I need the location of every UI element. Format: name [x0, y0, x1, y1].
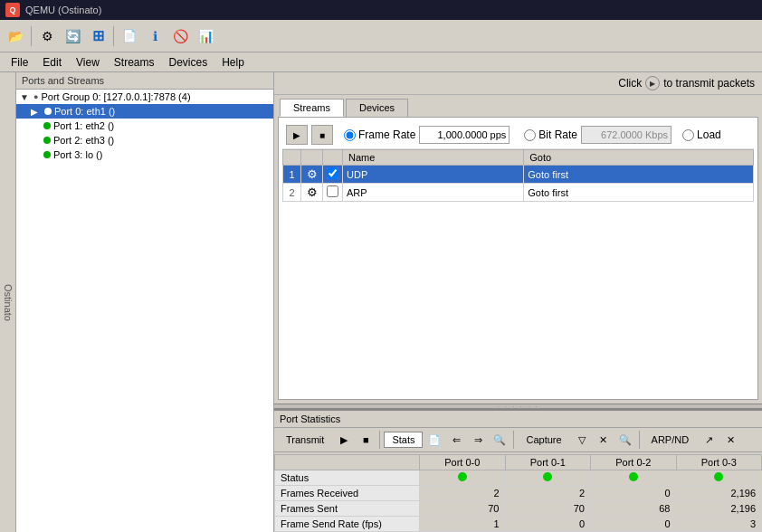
port-group-circle: ● — [33, 92, 38, 101]
capture-clear-btn[interactable]: ✕ — [594, 431, 614, 449]
stats-status-1 — [505, 470, 591, 486]
bottom-area: Port Statistics Transmit ▶ ■ Stats 📄 ⇐ ⇒… — [274, 409, 762, 532]
stats-frames-recv-3: 2,196 — [676, 486, 762, 501]
stats-export-btn[interactable]: ⇒ — [468, 431, 488, 449]
stats-table: Port 0-0 Port 0-1 Port 0-2 Port 0-3 Stat… — [274, 454, 762, 532]
stats-arpnd-label[interactable]: ARP/ND — [643, 432, 698, 448]
col-goto: Goto — [524, 150, 754, 166]
tab-streams[interactable]: Streams — [280, 99, 344, 117]
transmit-play-icon[interactable]: ▶ — [645, 76, 660, 90]
stats-stop-btn[interactable]: ■ — [356, 431, 376, 449]
menu-help[interactable]: Help — [214, 54, 252, 71]
col-check — [323, 150, 343, 166]
port0-status-dot — [44, 108, 52, 115]
arpnd-clear-btn[interactable]: ✕ — [720, 431, 740, 449]
stream-play-btn[interactable]: ▶ — [286, 125, 308, 145]
stream-2-name: ARP — [343, 184, 524, 202]
stats-col-3: Port 0-3 — [676, 455, 762, 470]
toolbar-sep-2 — [113, 26, 114, 46]
stats-status-label: Status — [275, 470, 420, 486]
menu-edit[interactable]: Edit — [35, 54, 69, 71]
port-0-item[interactable]: ▶ Port 0: eth1 () — [16, 104, 273, 119]
toolbar-refresh[interactable]: 🔄 — [61, 24, 84, 48]
toolbar-chart[interactable]: 📊 — [194, 24, 217, 48]
bit-rate-radio[interactable] — [524, 129, 536, 141]
port-3-label: Port 3: lo () — [53, 149, 102, 160]
stats-col-0: Port 0-0 — [420, 455, 506, 470]
port-tree: ▼ ● Port Group 0: [127.0.0.1]:7878 (4) ▶… — [16, 90, 273, 532]
tree-expand-icon: ▼ — [20, 92, 31, 102]
stats-status-3 — [676, 470, 762, 486]
stats-col-1: Port 0-1 — [505, 455, 591, 470]
menu-streams[interactable]: Streams — [107, 54, 162, 71]
stream-stop-btn[interactable]: ■ — [311, 125, 333, 145]
menu-devices[interactable]: Devices — [162, 54, 215, 71]
port1-status-dot — [43, 122, 51, 129]
frame-rate-label[interactable]: Frame Rate — [344, 128, 415, 141]
stats-doc-btn[interactable]: 📄 — [424, 431, 444, 449]
stream-1-check[interactable] — [323, 166, 343, 184]
stream-controls: ▶ ■ Frame Rate Bit Rate — [282, 121, 754, 149]
stream-1-icon: ⚙ — [301, 166, 323, 184]
stats-status-2 — [591, 470, 677, 486]
stats-frame-rate-1: 0 — [505, 517, 591, 532]
load-radio[interactable] — [682, 129, 694, 141]
toolbar-doc[interactable]: 📄 — [118, 24, 141, 48]
stats-status-0 — [420, 470, 506, 486]
port-3-item[interactable]: Port 3: lo () — [16, 147, 273, 162]
stats-frames-sent-3: 2,196 — [676, 501, 762, 517]
stats-capture-label[interactable]: Capture — [518, 432, 569, 448]
stats-sep-1 — [379, 431, 380, 449]
port-2-item[interactable]: Port 2: eth3 () — [16, 133, 273, 147]
stats-frames-recv-0: 2 — [420, 486, 506, 501]
left-panel: Ports and Streams ▼ ● Port Group 0: [127… — [16, 72, 274, 532]
stats-import-btn[interactable]: ⇐ — [446, 431, 466, 449]
capture-view-btn[interactable]: 🔍 — [615, 431, 635, 449]
stream-2-goto: Goto first — [524, 184, 754, 202]
port-1-item[interactable]: Port 1: eth2 () — [16, 119, 273, 133]
stream-1-checkbox[interactable] — [327, 167, 338, 179]
toolbar-stop[interactable]: 🚫 — [168, 24, 192, 48]
frame-rate-input[interactable] — [419, 126, 510, 144]
capture-filter-btn[interactable]: ▽ — [572, 431, 592, 449]
stats-header: Port Statistics — [274, 411, 762, 428]
panel-header: Ports and Streams — [16, 72, 273, 90]
stream-1-goto: Goto first — [524, 166, 754, 184]
menu-view[interactable]: View — [69, 54, 107, 71]
to-transmit-label: to transmit packets — [663, 77, 755, 90]
stats-row-status: Status — [275, 470, 762, 486]
stats-frames-recv-1: 2 — [505, 486, 591, 501]
stream-1-name: UDP — [343, 166, 524, 184]
stream-2-check[interactable] — [323, 184, 343, 202]
menu-file[interactable]: File — [4, 54, 35, 71]
bit-rate-input[interactable] — [581, 126, 672, 144]
stream-2-num: 2 — [283, 184, 301, 202]
toolbar-settings[interactable]: ⚙ — [35, 24, 59, 48]
bit-rate-label[interactable]: Bit Rate — [524, 128, 577, 141]
stream-2-checkbox[interactable] — [327, 185, 338, 197]
port-group-item[interactable]: ▼ ● Port Group 0: [127.0.0.1]:7878 (4) — [16, 90, 273, 104]
arpnd-send-btn[interactable]: ↗ — [699, 431, 719, 449]
stats-row-frames-received: Frames Received 2 2 0 2,196 — [275, 486, 762, 501]
load-label[interactable]: Load — [682, 128, 721, 141]
stats-stats-label[interactable]: Stats — [384, 432, 423, 448]
status-dot-1 — [543, 472, 552, 481]
toolbar: 📂 ⚙ 🔄 ⊞ 📄 ℹ 🚫 📊 — [0, 20, 762, 52]
stats-frame-rate-2: 0 — [591, 517, 677, 532]
stats-search-btn[interactable]: 🔍 — [490, 431, 510, 449]
rate-radio-group: Frame Rate — [344, 126, 513, 144]
stats-frame-rate-0: 1 — [420, 517, 506, 532]
frame-rate-radio[interactable] — [344, 129, 356, 141]
stats-sep-2 — [513, 431, 514, 449]
stats-play-btn[interactable]: ▶ — [334, 431, 354, 449]
stats-toolbar: Transmit ▶ ■ Stats 📄 ⇐ ⇒ 🔍 Capture ▽ ✕ 🔍… — [274, 428, 762, 452]
stats-col-label — [275, 455, 420, 470]
port-1-label: Port 1: eth2 () — [53, 120, 114, 131]
port-group-label: Port Group 0: [127.0.0.1]:7878 (4) — [41, 91, 190, 102]
toolbar-window[interactable]: ⊞ — [86, 24, 110, 48]
toolbar-open[interactable]: 📂 — [4, 24, 27, 48]
stream-row-2[interactable]: 2 ⚙ ARP Goto first — [283, 184, 754, 202]
tab-devices[interactable]: Devices — [346, 99, 408, 117]
toolbar-info[interactable]: ℹ — [143, 24, 167, 48]
stream-row-1[interactable]: 1 ⚙ UDP Goto first — [283, 166, 754, 184]
